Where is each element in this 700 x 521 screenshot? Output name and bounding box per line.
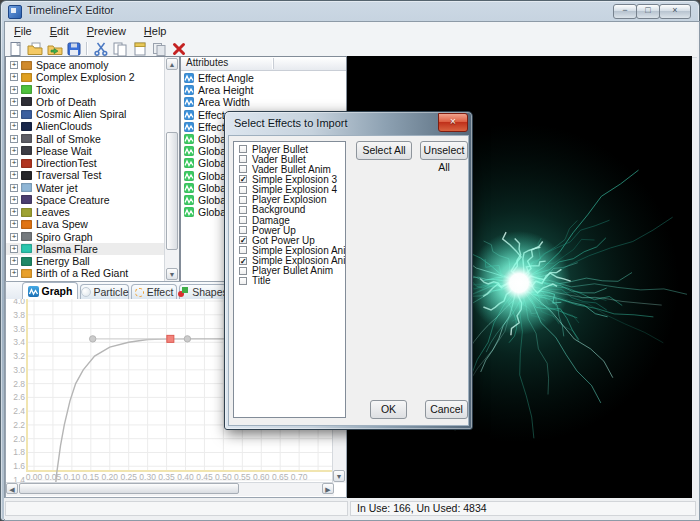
- expand-icon[interactable]: +: [10, 257, 18, 265]
- expand-icon[interactable]: +: [10, 208, 18, 216]
- checkbox[interactable]: [239, 216, 247, 224]
- menu-edit[interactable]: Edit: [41, 25, 78, 37]
- effect-import-row[interactable]: Vader Bullet: [234, 154, 345, 164]
- tree-item[interactable]: +Cosmic Alien Spiral: [6, 108, 179, 120]
- effect-import-row[interactable]: Title: [234, 276, 345, 286]
- attribute-row[interactable]: Area Width: [181, 96, 346, 108]
- bezier-handle[interactable]: [90, 336, 96, 342]
- tree-item[interactable]: +Space anomoly: [6, 59, 179, 71]
- tree-item[interactable]: +Energy Ball: [6, 255, 179, 267]
- maximize-button[interactable]: □: [636, 4, 660, 19]
- cancel-button[interactable]: Cancel: [425, 400, 468, 419]
- select-all-button[interactable]: Select All: [356, 141, 412, 160]
- effect-import-row[interactable]: Power Up: [234, 225, 345, 235]
- effect-import-row[interactable]: Vader Bullet Anim: [234, 164, 345, 174]
- tree-item[interactable]: +Ball of Smoke: [6, 133, 179, 145]
- expand-icon[interactable]: +: [10, 233, 18, 241]
- close-button[interactable]: ×: [659, 4, 691, 19]
- expand-icon[interactable]: +: [10, 269, 18, 277]
- checkbox[interactable]: [239, 206, 247, 214]
- copy-button[interactable]: [111, 41, 129, 57]
- effect-import-row[interactable]: Player Bullet Anim: [234, 266, 345, 276]
- checkbox[interactable]: [239, 186, 247, 194]
- checkbox[interactable]: [239, 165, 247, 173]
- scroll-right-icon[interactable]: ▶: [322, 483, 334, 494]
- effect-import-row[interactable]: Simple Explosion Anim 1: [234, 245, 345, 255]
- menu-help[interactable]: Help: [135, 25, 176, 37]
- ok-button[interactable]: OK: [370, 400, 407, 419]
- tab-effect[interactable]: Effect: [131, 284, 177, 299]
- effect-import-row[interactable]: ✓Got Power Up: [234, 235, 345, 245]
- checkbox[interactable]: ✓: [239, 236, 247, 244]
- tree-item[interactable]: +Leaves: [6, 206, 179, 218]
- expand-icon[interactable]: +: [10, 171, 18, 179]
- checkbox[interactable]: [239, 267, 247, 275]
- checkbox[interactable]: ✓: [239, 175, 247, 183]
- effect-import-row[interactable]: Background: [234, 205, 345, 215]
- tree-item[interactable]: +Water jet: [6, 182, 179, 194]
- expand-icon[interactable]: +: [10, 245, 18, 253]
- effect-import-row[interactable]: ✓Simple Explosion Anim 2: [234, 256, 345, 266]
- effect-import-row[interactable]: Simple Explosion 4: [234, 185, 345, 195]
- scroll-up-icon[interactable]: ▲: [166, 58, 178, 70]
- selected-graph-node[interactable]: [167, 335, 174, 342]
- open-file-button[interactable]: [26, 41, 44, 57]
- bezier-handle[interactable]: [184, 336, 190, 342]
- scroll-thumb[interactable]: [19, 483, 239, 494]
- checkbox[interactable]: [239, 155, 247, 163]
- tab-shapes[interactable]: Shapes: [179, 284, 227, 299]
- tree-item[interactable]: +Spiro Graph: [6, 231, 179, 243]
- effect-import-row[interactable]: Player Bullet: [234, 144, 345, 154]
- attributes-header[interactable]: Attributes: [181, 57, 346, 71]
- menu-file[interactable]: File: [5, 25, 41, 37]
- effect-import-row[interactable]: Player Explosion: [234, 195, 345, 205]
- expand-icon[interactable]: +: [10, 220, 18, 228]
- cut-button[interactable]: [92, 41, 110, 57]
- tree-item-selected[interactable]: +Plasma Flare: [6, 243, 179, 255]
- tree-item[interactable]: +Toxic: [6, 84, 179, 96]
- titlebar[interactable]: TimelineFX Editor − □ ×: [1, 1, 699, 21]
- paste-special-button[interactable]: [150, 41, 168, 57]
- checkbox[interactable]: [239, 246, 247, 254]
- expand-icon[interactable]: +: [10, 196, 18, 204]
- tree-item[interactable]: +Lava Spew: [6, 218, 179, 230]
- scroll-left-icon[interactable]: ◀: [6, 483, 18, 494]
- checkbox[interactable]: ✓: [239, 257, 247, 265]
- expand-icon[interactable]: +: [10, 61, 18, 69]
- tree-item[interactable]: +Complex Explosion 2: [6, 71, 179, 83]
- menu-preview[interactable]: Preview: [78, 25, 135, 37]
- scroll-down-icon[interactable]: ▼: [333, 470, 345, 482]
- tree-item[interactable]: +AlienClouds: [6, 120, 179, 132]
- checkbox[interactable]: [239, 226, 247, 234]
- expand-icon[interactable]: +: [10, 122, 18, 130]
- column-divider[interactable]: [273, 58, 274, 69]
- expand-icon[interactable]: +: [10, 86, 18, 94]
- expand-icon[interactable]: +: [10, 147, 18, 155]
- tab-particle[interactable]: Particle: [80, 284, 129, 299]
- import-effects-button[interactable]: [46, 41, 64, 57]
- tree-item[interactable]: +DirectionTest: [6, 157, 179, 169]
- unselect-all-button[interactable]: Unselect All: [420, 141, 468, 160]
- paste-button[interactable]: [131, 41, 149, 57]
- tree-item[interactable]: +Traversal Test: [6, 169, 179, 181]
- tree-item[interactable]: +Please Wait: [6, 145, 179, 157]
- scroll-thumb[interactable]: [166, 132, 178, 250]
- expand-icon[interactable]: +: [10, 184, 18, 192]
- checkbox[interactable]: [239, 145, 247, 153]
- tab-graph[interactable]: Graph: [22, 282, 78, 299]
- effect-import-row[interactable]: Damage: [234, 215, 345, 225]
- attribute-row[interactable]: Area Height: [181, 84, 346, 96]
- expand-icon[interactable]: +: [10, 73, 18, 81]
- expand-icon[interactable]: +: [10, 110, 18, 118]
- tree-item[interactable]: +Orb of Death: [6, 96, 179, 108]
- expand-icon[interactable]: +: [10, 159, 18, 167]
- graph-hscrollbar[interactable]: ◀ ▶: [6, 482, 334, 496]
- tree-item[interactable]: +Birth of a Red Giant: [6, 267, 179, 279]
- effect-import-row[interactable]: ✓Simple Explosion 3: [234, 174, 345, 184]
- expand-icon[interactable]: +: [10, 98, 18, 106]
- checkbox[interactable]: [239, 277, 247, 285]
- scroll-down-icon[interactable]: ▼: [166, 268, 178, 280]
- minimize-button[interactable]: −: [613, 4, 637, 19]
- expand-icon[interactable]: +: [10, 135, 18, 143]
- save-button[interactable]: [65, 41, 83, 57]
